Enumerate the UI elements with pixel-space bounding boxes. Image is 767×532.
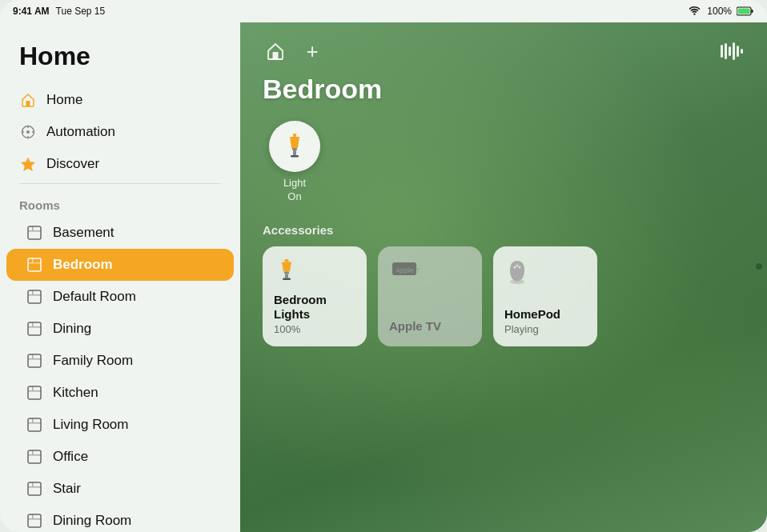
room-label-bedroom: Bedroom	[53, 257, 113, 273]
light-status-label: Light On	[283, 177, 306, 204]
svg-rect-16	[32, 258, 34, 262]
bedroom-lights-name: Bedroom Lights	[274, 293, 355, 322]
sidebar-room-default-room[interactable]: Default Room	[6, 281, 234, 313]
sidebar-room-living-room[interactable]: Living Room	[6, 409, 234, 441]
svg-rect-36	[28, 486, 41, 488]
accessory-apple-tv[interactable]: Apple TV Apple TV	[378, 246, 482, 346]
sidebar-room-bedroom[interactable]: Bedroom	[6, 249, 234, 281]
svg-rect-29	[28, 418, 41, 431]
sidebar-room-kitchen[interactable]: Kitchen	[6, 377, 234, 409]
room-icon-default-room	[26, 288, 43, 306]
homepod-status: Playing	[504, 323, 586, 335]
svg-point-5	[26, 130, 30, 134]
accessories-grid: Bedroom Lights 100% Apple TV Apple TV	[263, 246, 745, 346]
svg-rect-32	[28, 450, 41, 463]
room-icon-dining	[26, 320, 43, 338]
svg-marker-10	[22, 158, 35, 171]
battery-text: 100%	[707, 6, 732, 17]
svg-rect-48	[293, 134, 296, 137]
light-widget[interactable]: Light On	[263, 121, 327, 204]
add-button[interactable]: +	[299, 38, 325, 64]
svg-rect-14	[28, 258, 41, 271]
status-bar: 9:41 AM Tue Sep 15 100%	[0, 0, 767, 22]
room-icon-dining-room	[26, 512, 43, 530]
home-toolbar-button[interactable]	[263, 38, 288, 64]
accessories-header: Accessories	[263, 223, 745, 237]
accessory-bedroom-lights[interactable]: Bedroom Lights 100%	[263, 246, 367, 346]
svg-rect-55	[284, 271, 289, 274]
svg-marker-54	[282, 262, 291, 271]
svg-rect-20	[28, 322, 41, 335]
main-content: + Bedroom	[240, 22, 767, 532]
svg-rect-11	[28, 226, 41, 239]
svg-rect-21	[28, 326, 41, 328]
svg-rect-47	[741, 49, 743, 54]
svg-rect-35	[28, 482, 41, 495]
accessory-homepod[interactable]: HomePod Playing	[493, 246, 597, 346]
svg-rect-42	[721, 45, 723, 58]
svg-marker-49	[290, 137, 299, 148]
svg-rect-45	[733, 42, 735, 60]
sidebar: Home Home Auto	[0, 22, 240, 532]
sidebar-nav-discover-label: Discover	[46, 156, 99, 172]
battery-icon	[737, 6, 754, 16]
svg-rect-31	[32, 418, 34, 422]
sidebar-nav-automation-label: Automation	[46, 124, 115, 140]
automation-icon	[19, 123, 37, 141]
svg-rect-1	[752, 10, 753, 13]
svg-rect-56	[285, 274, 288, 278]
svg-rect-34	[32, 450, 34, 454]
audio-button[interactable]	[719, 38, 745, 64]
svg-rect-39	[28, 518, 41, 520]
svg-rect-22	[32, 322, 34, 326]
svg-rect-12	[28, 230, 41, 232]
svg-rect-19	[32, 290, 34, 294]
bedroom-lights-icon	[274, 258, 355, 286]
room-label-kitchen: Kitchen	[53, 385, 98, 401]
room-label-family-room: Family Room	[53, 353, 133, 369]
svg-rect-43	[725, 43, 727, 59]
svg-rect-23	[28, 354, 41, 367]
homepod-icon	[504, 258, 586, 290]
room-label-living-room: Living Room	[53, 417, 129, 433]
sidebar-item-discover[interactable]: Discover	[0, 148, 240, 180]
room-label-stair: Stair	[53, 481, 81, 497]
sidebar-room-basement[interactable]: Basement	[6, 217, 234, 249]
svg-rect-33	[28, 454, 41, 456]
sidebar-room-dining-room[interactable]: Dining Room	[6, 505, 234, 532]
audio-icon	[721, 42, 743, 60]
apple-tv-name: Apple TV	[389, 319, 471, 334]
svg-rect-18	[28, 294, 41, 296]
room-icon-family-room	[26, 352, 43, 370]
sidebar-room-office[interactable]: Office	[6, 441, 234, 473]
svg-rect-27	[28, 390, 41, 392]
sidebar-item-automation[interactable]: Automation	[0, 116, 240, 148]
scroll-indicator	[756, 263, 762, 270]
svg-rect-24	[28, 358, 41, 360]
svg-text:Apple TV: Apple TV	[396, 266, 420, 274]
sidebar-item-home[interactable]: Home	[0, 84, 240, 116]
light-circle[interactable]	[269, 121, 320, 172]
sidebar-room-stair[interactable]: Stair	[6, 473, 234, 505]
svg-rect-13	[32, 226, 34, 230]
svg-rect-57	[283, 278, 291, 280]
room-icon-office	[26, 448, 43, 466]
sidebar-room-family-room[interactable]: Family Room	[6, 345, 234, 377]
svg-rect-51	[293, 150, 296, 155]
room-icon-kitchen	[26, 384, 43, 402]
sidebar-room-dining[interactable]: Dining	[6, 313, 234, 345]
svg-rect-2	[738, 9, 750, 14]
room-icon-living-room	[26, 416, 43, 434]
svg-rect-46	[737, 46, 739, 57]
add-icon: +	[306, 39, 318, 64]
divider	[19, 183, 221, 184]
svg-rect-37	[32, 482, 34, 486]
star-icon	[19, 155, 37, 173]
page-title: Bedroom	[263, 74, 745, 105]
wifi-icon	[689, 6, 702, 16]
svg-rect-38	[28, 514, 41, 527]
svg-rect-26	[28, 386, 41, 399]
room-label-basement: Basement	[53, 225, 114, 241]
bedroom-lights-status: 100%	[274, 323, 355, 335]
sidebar-nav-home-label: Home	[46, 92, 82, 108]
